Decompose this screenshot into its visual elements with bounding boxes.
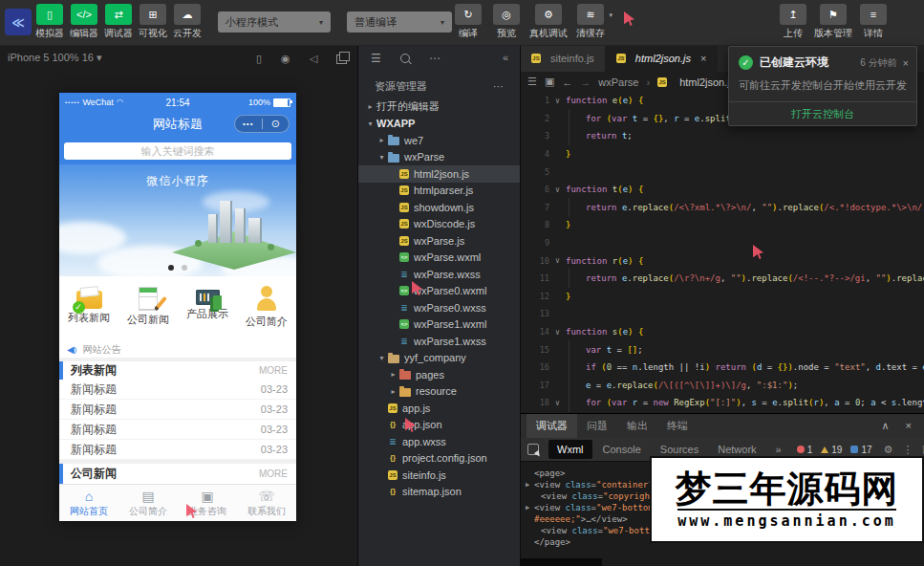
notice-row[interactable]: ◀ 网站公告 <box>59 341 296 358</box>
visualize-layout-button[interactable]: ⊞可视化 <box>138 4 168 40</box>
tree-item-app.js[interactable]: JSapp.js <box>358 400 520 417</box>
kebab-menu-icon[interactable]: ⋮ <box>902 444 913 456</box>
carousel-dot[interactable] <box>182 265 187 271</box>
fold-chevron-icon[interactable]: ∨ <box>549 97 566 105</box>
fold-chevron-icon[interactable]: ∨ <box>549 328 566 337</box>
tree-item-WXAPP[interactable]: ▾WXAPP <box>358 116 520 133</box>
bookmark-icon[interactable]: ▣ <box>545 76 554 88</box>
carousel-dot-active[interactable] <box>168 265 174 271</box>
nav-back-icon[interactable]: ← <box>562 76 572 88</box>
more-actions-icon[interactable]: ⋯ <box>493 80 504 93</box>
panel-divider[interactable] <box>520 45 521 566</box>
grid-item-4[interactable]: 公司简介 <box>237 284 296 341</box>
compile-dropdown[interactable]: 普通编译 ▾ <box>347 11 452 33</box>
compile-refresh-button[interactable]: ↻编译 <box>453 4 483 40</box>
tree-item-wxDiscode.js[interactable]: JSwxDiscode.js <box>358 216 520 233</box>
open-cloud-console-link[interactable]: 打开云控制台 <box>729 101 916 125</box>
grid-item-1[interactable]: 列表新闻 <box>59 284 118 341</box>
clear-cache-layers-button[interactable]: ≋▾清缓存 <box>575 4 606 40</box>
search-icon[interactable] <box>400 54 410 63</box>
fold-chevron-icon[interactable]: ∨ <box>549 185 566 194</box>
panel-tab-问题[interactable]: 问题 <box>577 414 617 438</box>
cloud-dev-button[interactable]: ☁云开发 <box>172 4 203 40</box>
tree-item-wxParse.js[interactable]: JSwxParse.js <box>358 232 520 250</box>
breadcrumb-folder[interactable]: wxParse <box>598 76 638 88</box>
tree-item-siteinfo.js[interactable]: JSsiteinfo.js <box>358 467 520 484</box>
device-selector[interactable]: iPhone 5 100% 16 ▾ <box>8 52 102 64</box>
tree-item-wxParse0.wxss[interactable]: ≣wxParse0.wxss <box>358 299 520 316</box>
panel-divider[interactable] <box>357 45 358 566</box>
badge-warn[interactable]: 19 <box>821 445 842 455</box>
devtools-tab-Wxml[interactable]: Wxml <box>548 440 592 459</box>
editor-tab-html2json.js[interactable]: JShtml2json.js× <box>606 45 719 72</box>
mode-dropdown[interactable]: 小程序模式 ▾ <box>218 11 331 33</box>
panel-tab-调试器[interactable]: 调试器 <box>526 414 577 438</box>
tabbar-item-公司简介[interactable]: ▤公司简介 <box>118 485 178 521</box>
device-debug-bug-button[interactable]: ⚙真机调试 <box>529 4 568 40</box>
badge-info[interactable]: 17 <box>850 445 871 455</box>
tree-item-pages[interactable]: ▸pages <box>358 366 520 383</box>
tree-item-app.wxss[interactable]: ≣app.wxss <box>358 433 520 450</box>
device-icon[interactable]: ▯ <box>256 53 262 65</box>
badge-err[interactable]: 1 <box>797 445 813 455</box>
panel-tab-终端[interactable]: 终端 <box>657 414 698 438</box>
more-link[interactable]: MORE <box>259 468 288 479</box>
tree-item-打开的编辑器[interactable]: ▸打开的编辑器 <box>358 98 520 116</box>
tree-item-resource[interactable]: ▸resource <box>358 383 520 401</box>
grid-item-3[interactable]: 产品展示 <box>178 284 237 341</box>
collapse-sidebar-icon[interactable]: « <box>503 52 508 63</box>
tree-item-wxParse[interactable]: ▾wxParse <box>358 149 520 166</box>
tree-item-wxParse.wxml[interactable]: <>wxParse.wxml <box>358 250 520 267</box>
sound-icon[interactable]: ◁ <box>310 53 317 65</box>
breadcrumb-file[interactable]: html2json.js <box>679 76 735 88</box>
more-link[interactable]: MORE <box>259 365 288 376</box>
menu-icon[interactable]: ☰ <box>371 52 381 65</box>
tree-item-wxParse1.wxss[interactable]: ≣wxParse1.wxss <box>358 333 520 350</box>
editor-tab-siteinfo.js[interactable]: JSsiteinfo.js <box>521 45 606 72</box>
tree-item-showdown.js[interactable]: JSshowdown.js <box>358 199 520 216</box>
news-row[interactable]: 新闻标题03-23 <box>59 440 296 460</box>
tabbar-item-网站首页[interactable]: ⌂网站首页 <box>59 485 118 521</box>
multi-window-icon[interactable] <box>336 54 347 64</box>
exit-target-button[interactable]: ⊙ <box>263 118 290 130</box>
debugger-swap-button[interactable]: ⇄调试器 <box>103 4 134 40</box>
gear-icon[interactable]: ⚙ <box>884 444 893 456</box>
tree-item-htmlparser.js[interactable]: JShtmlparser.js <box>358 183 520 200</box>
record-icon[interactable]: ◉ <box>281 53 290 65</box>
news-row[interactable]: 新闻标题03-23 <box>59 400 296 420</box>
search-input[interactable]: 输入关键词搜索 <box>64 142 291 160</box>
tree-item-wxParse0.wxml[interactable]: <>wxParse0.wxml <box>358 283 520 300</box>
expand-arrow-icon[interactable]: ▶ <box>526 502 534 513</box>
close-panel-icon[interactable]: × <box>906 420 912 432</box>
tree-item-project.config.json[interactable]: {}project.config.json <box>358 450 520 468</box>
simulator-phone-button[interactable]: ▯模拟器 <box>34 4 65 40</box>
wechat-devtools-logo-icon[interactable]: ≪ <box>5 9 32 35</box>
tree-item-wxParse.wxss[interactable]: ≣wxParse.wxss <box>358 266 520 283</box>
version-flag-button[interactable]: ⚑版本管理 <box>814 4 852 40</box>
devtools-tab-Console[interactable]: Console <box>594 440 650 459</box>
tabbar-item-联系我们[interactable]: ☏联系我们 <box>237 485 296 521</box>
tree-item-we7[interactable]: ▸we7 <box>358 132 520 149</box>
editor-code-button[interactable]: </>编辑器 <box>69 4 99 40</box>
fold-chevron-icon[interactable]: ∨ <box>549 256 566 265</box>
panel-tab-输出[interactable]: 输出 <box>617 414 657 438</box>
tree-item-html2json.js[interactable]: JShtml2json.js <box>358 165 520 183</box>
more-icon[interactable]: ⋯ <box>429 52 441 65</box>
news-row[interactable]: 新闻标题03-23 <box>59 420 296 440</box>
menu-icon[interactable]: ☰ <box>527 76 537 88</box>
nav-forward-icon[interactable]: → <box>580 76 591 88</box>
close-icon[interactable]: × <box>903 57 909 69</box>
fold-chevron-icon[interactable]: ∨ <box>549 399 566 407</box>
more-menu-button[interactable]: ••• <box>235 120 262 128</box>
tree-item-yyf_company[interactable]: ▾yyf_company <box>358 350 520 367</box>
grid-item-2[interactable]: 公司新闻 <box>118 284 178 341</box>
horizontal-scrollbar[interactable] <box>521 558 602 566</box>
tree-item-wxParse1.wxml[interactable]: <>wxParse1.wxml <box>358 316 520 334</box>
tree-item-sitemap.json[interactable]: {}sitemap.json <box>358 484 520 501</box>
banner-carousel[interactable]: 微信小程序 <box>59 164 296 276</box>
collapse-panel-icon[interactable]: ∧ <box>882 420 890 432</box>
close-tab-icon[interactable]: × <box>700 53 706 64</box>
news-row[interactable]: 新闻标题03-23 <box>59 380 296 400</box>
preview-eye-button[interactable]: ◎预览 <box>491 4 522 40</box>
expand-arrow-icon[interactable]: ▶ <box>526 479 534 490</box>
